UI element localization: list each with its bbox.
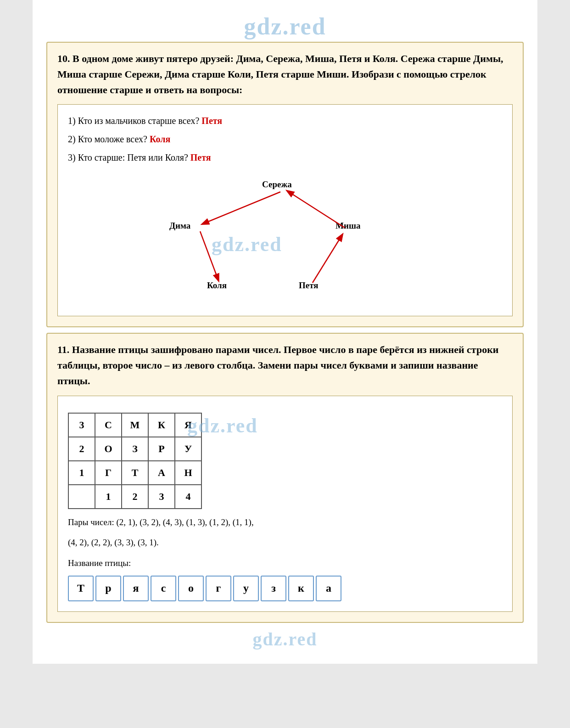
cell-2-4: У xyxy=(175,437,201,461)
answer-box-9: к xyxy=(288,576,314,601)
cell-2-3: Р xyxy=(148,437,175,461)
row-header-3: 3 xyxy=(68,413,95,437)
col-header-2: 2 xyxy=(122,485,148,509)
cell-3-1: С xyxy=(95,413,122,437)
cell-3-2: М xyxy=(122,413,148,437)
questions-list: 1) Кто из мальчиков старше всех? Петя 2)… xyxy=(68,113,502,165)
cell-1-4: Н xyxy=(175,461,201,485)
col-header-1: 1 xyxy=(95,485,122,509)
q2-text: 2) Кто моложе всех? xyxy=(68,134,147,144)
diagram-area: gdz.red Сережа Дима Миша Коля Петя xyxy=(166,173,404,306)
table-row-col-headers: 1 2 3 4 xyxy=(68,485,201,509)
question-2: 2) Кто моложе всех? Коля xyxy=(68,131,502,147)
problem-10-title: 10. В одном доме живут пятеро друзей: Ди… xyxy=(57,51,513,98)
table-row-1: 1 Г Т А Н xyxy=(68,461,201,485)
answer-box-10: а xyxy=(316,576,341,601)
problem-11-box: 11. Название птицы зашифровано парами чи… xyxy=(46,333,524,622)
pairs-text-1: Пары чисел: (2, 1), (3, 2), (4, 3), (1, … xyxy=(68,515,502,529)
cell-3-3: К xyxy=(148,413,175,437)
q3-answer: Петя xyxy=(190,152,211,162)
answer-boxes: Т р я с о г у з к а xyxy=(68,576,502,601)
cipher-table: 3 С М К Я 2 О З Р У 1 Г xyxy=(68,413,202,509)
svg-line-0 xyxy=(287,191,345,228)
pairs-text-2: (4, 2), (2, 2), (3, 3), (3, 1). xyxy=(68,536,502,549)
q1-text: 1) Кто из мальчиков старше всех? xyxy=(68,116,199,126)
bird-name-label: Название птицы: xyxy=(68,556,502,571)
svg-line-1 xyxy=(313,235,342,283)
cell-3-4: Я xyxy=(175,413,201,437)
table-row-3: 3 С М К Я xyxy=(68,413,201,437)
q1-answer: Петя xyxy=(201,116,222,126)
problem-10-content: 1) Кто из мальчиков старше всех? Петя 2)… xyxy=(57,104,513,316)
row-header-2: 2 xyxy=(68,437,95,461)
answer-box-6: г xyxy=(206,576,231,601)
corner-cell xyxy=(68,485,95,509)
diagram-svg xyxy=(166,173,404,306)
bottom-watermark: gdz.red xyxy=(252,629,317,650)
answer-box-4: с xyxy=(151,576,176,601)
cell-2-1: О xyxy=(95,437,122,461)
problem-10-box: 10. В одном доме живут пятеро друзей: Ди… xyxy=(46,42,524,327)
answer-box-8: з xyxy=(261,576,286,601)
top-watermark: gdz.red xyxy=(46,9,524,42)
cell-1-3: А xyxy=(148,461,175,485)
q3-text: 3) Кто старше: Петя или Коля? xyxy=(68,152,188,162)
row-header-1: 1 xyxy=(68,461,95,485)
answer-box-1: Т xyxy=(68,576,94,601)
col-header-4: 4 xyxy=(175,485,201,509)
col-header-3: 3 xyxy=(148,485,175,509)
cell-2-2: З xyxy=(122,437,148,461)
svg-line-2 xyxy=(202,192,280,224)
svg-line-3 xyxy=(200,231,218,280)
question-3: 3) Кто старше: Петя или Коля? Петя xyxy=(68,150,502,165)
q2-answer: Коля xyxy=(150,134,170,144)
cell-1-2: Т xyxy=(122,461,148,485)
answer-box-5: о xyxy=(178,576,204,601)
problem-11-content: gdz.red 3 С М К Я 2 О З Р xyxy=(57,396,513,612)
answer-box-7: у xyxy=(233,576,259,601)
problem-11-title: 11. Название птицы зашифровано парами чи… xyxy=(57,342,513,389)
question-1: 1) Кто из мальчиков старше всех? Петя xyxy=(68,113,502,129)
cell-1-1: Г xyxy=(95,461,122,485)
table-row-2: 2 О З Р У xyxy=(68,437,201,461)
answer-box-2: р xyxy=(95,576,121,601)
answer-box-3: я xyxy=(123,576,149,601)
